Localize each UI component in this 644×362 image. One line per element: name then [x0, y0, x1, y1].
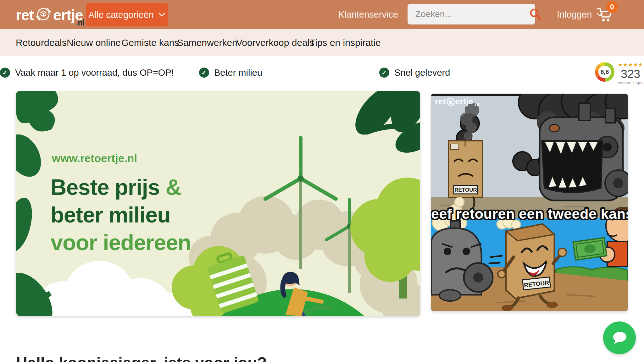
star-rating-icon: ★★★★★ ★★★★★ [618, 62, 643, 68]
svg-text:RETOUR: RETOUR [454, 187, 477, 193]
chevron-down-icon [158, 12, 166, 17]
review-count-label: beoordelingen [618, 81, 643, 85]
section-heading: Hallo koopjesjager, iets voor jou? [16, 354, 267, 362]
login-label: Inloggen [557, 9, 592, 20]
usp-label: Snel geleverd [394, 68, 450, 78]
main-navigation: Retourdeals Nieuw online Gemiste kans Sa… [0, 29, 644, 56]
all-categories-label: Alle categorieën [88, 10, 154, 20]
check-circle-icon: ✓ [379, 68, 389, 78]
nav-item-gemiste-kans[interactable]: Gemiste kans [121, 29, 179, 56]
check-circle-icon: ✓ [199, 68, 209, 78]
usp-label: Vaak maar 1 op voorraad, dus OP=OP! [15, 68, 174, 78]
page: ret ertje .nl Alle categorieën [0, 0, 644, 362]
search-bar [408, 4, 535, 25]
logo-tld: .nl [76, 18, 84, 27]
banner-watermark-logo: ret▣ertje.nl [435, 96, 479, 107]
usp-label: Beter milieu [214, 68, 262, 78]
retour-comic-illustration: RETOUR [431, 94, 628, 311]
speech-bubble-icon [611, 330, 628, 345]
banner-headline-line3: voor iedereen [51, 230, 191, 255]
hero-banner-beste-prijs[interactable]: www.retoertje.nl Beste prijs & beter mil… [16, 91, 420, 316]
nav-item-nieuw-online[interactable]: Nieuw online [67, 29, 121, 56]
nav-item-samenwerken[interactable]: Samenwerken [177, 29, 237, 56]
usp-item-voorraad: ✓ Vaak maar 1 op voorraad, dus OP=OP! [0, 65, 174, 80]
hero-banner-tweede-kans[interactable]: RETOUR [431, 94, 628, 311]
search-input[interactable] [408, 4, 529, 24]
customer-service-link[interactable]: Klantenservice [338, 0, 398, 29]
banner-headline-line1: Beste prijs & [51, 175, 181, 200]
usp-item-levering: ✓ Snel geleverd [379, 65, 450, 80]
logo-box-recycle-icon [35, 5, 52, 24]
nav-item-tips-en-inspiratie[interactable]: Tips en inspiratie [310, 29, 381, 56]
logo-box-recycle-icon: ▣ [447, 98, 455, 106]
rating-score: 8,8 [598, 66, 611, 78]
chat-button[interactable] [603, 321, 636, 354]
leaf-decorations-right [347, 91, 420, 159]
logo-text-pre: ret [16, 6, 34, 24]
logo-text-post: ertje .nl [53, 6, 83, 24]
cart-count-badge: 0 [606, 1, 618, 13]
review-count: 323 [621, 68, 640, 80]
check-circle-icon: ✓ [0, 68, 10, 78]
rating-summary: ★★★★★ ★★★★★ 323 beoordelingen [618, 62, 643, 82]
search-button[interactable] [529, 4, 542, 24]
nav-item-retourdeals[interactable]: Retourdeals [16, 29, 67, 56]
header: ret ertje .nl Alle categorieën [0, 0, 644, 29]
reviews-widget[interactable]: 8,8 ★★★★★ ★★★★★ 323 beoordelingen [595, 62, 644, 82]
rating-gauge-icon: 8,8 [595, 62, 614, 82]
shredder-machine [540, 103, 628, 200]
usp-item-milieu: ✓ Beter milieu [199, 65, 262, 80]
nav-item-voorverkoop-deals[interactable]: Voorverkoop deals [236, 29, 314, 56]
search-icon [529, 8, 542, 21]
all-categories-button[interactable]: Alle categorieën [86, 3, 168, 26]
banner-headline-line2: beter milieu [51, 202, 170, 228]
banner-headline: Geef retouren een tweede kans! [431, 206, 628, 222]
banner-site-url: www.retoertje.nl [52, 152, 137, 165]
logo[interactable]: ret ertje .nl [16, 4, 83, 26]
